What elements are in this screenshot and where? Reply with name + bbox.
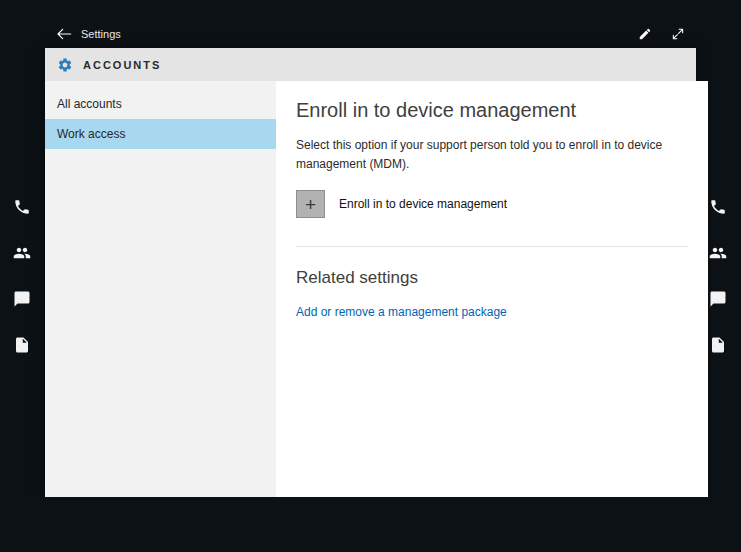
top-status-bar: Settings	[0, 0, 741, 48]
sidebar-item-all-accounts[interactable]: All accounts	[45, 89, 276, 119]
gear-icon	[57, 57, 73, 73]
page-title: Enroll in to device management	[296, 99, 688, 122]
people-icon[interactable]	[709, 244, 727, 262]
plus-icon[interactable]: +	[296, 190, 325, 218]
taskbar: test1005 I'm done 3:25 PM	[0, 497, 741, 552]
sidebar-item-work-access[interactable]: Work access	[45, 119, 276, 149]
enroll-mdm-label: Enroll in to device management	[339, 197, 507, 211]
back-arrow-icon[interactable]	[56, 27, 72, 41]
window-header: ACCOUNTS	[45, 48, 696, 81]
enroll-mdm-button[interactable]: + Enroll in to device management	[296, 190, 507, 218]
people-icon[interactable]	[13, 244, 31, 262]
message-icon[interactable]	[709, 290, 727, 308]
document-icon[interactable]	[13, 336, 31, 354]
related-settings-heading: Related settings	[296, 268, 688, 288]
work-access-panel: Enroll in to device management Select th…	[276, 81, 708, 497]
accounts-sidebar: All accounts Work access	[45, 81, 276, 497]
right-icon-rail	[709, 198, 727, 354]
section-divider	[296, 246, 688, 247]
pencil-icon[interactable]	[638, 27, 652, 41]
settings-breadcrumb-label: Settings	[81, 28, 121, 40]
left-icon-rail	[13, 198, 31, 354]
phone-icon[interactable]	[709, 198, 727, 216]
document-icon[interactable]	[709, 336, 727, 354]
manage-package-link[interactable]: Add or remove a management package	[296, 305, 507, 319]
page-description: Select this option if your support perso…	[296, 136, 668, 173]
message-icon[interactable]	[13, 290, 31, 308]
phone-icon[interactable]	[13, 198, 31, 216]
window-title: ACCOUNTS	[83, 59, 161, 71]
resize-diagonal-icon[interactable]	[671, 27, 685, 41]
settings-window: ACCOUNTS All accounts Work access Enroll…	[45, 48, 696, 497]
